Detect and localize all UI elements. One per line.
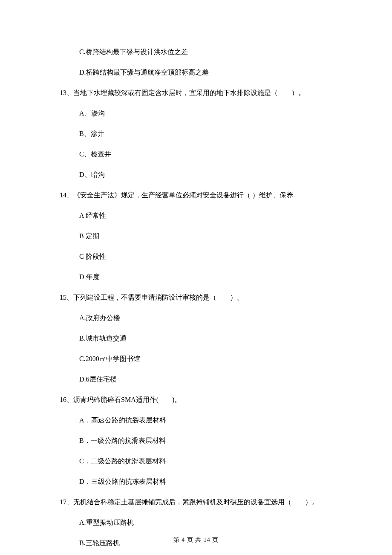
option-item: D.桥跨结构最下缘与通航净空顶部标高之差 <box>79 67 332 78</box>
page-footer: 第 4 页 共 14 页 <box>0 536 392 544</box>
question-14-options: A 经常性 B 定期 C 阶段性 D 年度 <box>60 211 332 282</box>
question-15-options: A.政府办公楼 B.城市轨道交通 C.2000㎡中学图书馆 D.6层住宅楼 <box>60 313 332 384</box>
option-item: C 阶段性 <box>79 251 332 262</box>
page-content: C.桥跨结构最下缘与设计洪水位之差 D.桥跨结构最下缘与通航净空顶部标高之差 1… <box>0 0 392 548</box>
question-17-stem: 17、无机结合料稳定土基层摊铺完成后，紧跟摊铺机及时碾压的设备宜选用（ ）。 <box>60 497 332 507</box>
option-item: B．一级公路的抗滑表层材料 <box>79 436 332 446</box>
option-item: A.政府办公楼 <box>79 313 332 323</box>
option-item: D．三级公路的抗冻表层材料 <box>79 477 332 487</box>
question-14-stem: 14、《安全生产法》规定，生产经营单位必须对安全设备进行（ ）维护、保养 <box>60 190 332 200</box>
option-item: D 年度 <box>79 272 332 282</box>
question-16-options: A．高速公路的抗裂表层材料 B．一级公路的抗滑表层材料 C．二级公路的抗滑表层材… <box>60 415 332 487</box>
option-item: D、暗沟 <box>79 170 332 180</box>
option-item: C.2000㎡中学图书馆 <box>79 354 332 364</box>
option-item: A 经常性 <box>79 211 332 221</box>
question-16-stem: 16、沥青玛碲脂碎石SMA适用作( )。 <box>60 395 332 405</box>
option-item: B、渗井 <box>79 129 332 139</box>
option-item: B 定期 <box>79 231 332 241</box>
option-item: B.城市轨道交通 <box>79 333 332 344</box>
option-item: C.桥跨结构最下缘与设计洪水位之差 <box>79 47 332 57</box>
option-item: A．高速公路的抗裂表层材料 <box>79 415 332 425</box>
option-item: A、渗沟 <box>79 108 332 119</box>
option-item: C．二级公路的抗滑表层材料 <box>79 456 332 466</box>
prev-question-options: C.桥跨结构最下缘与设计洪水位之差 D.桥跨结构最下缘与通航净空顶部标高之差 <box>60 47 332 78</box>
question-13-options: A、渗沟 B、渗井 C、检查井 D、暗沟 <box>60 108 332 180</box>
option-item: A.重型振动压路机 <box>79 517 332 528</box>
question-13-stem: 13、当地下水埋藏较深或有固定含水层时，宜采用的地下水排除设施是（ ）。 <box>60 88 332 98</box>
question-15-stem: 15、下列建设工程，不需要申请消防设计审核的是（ ）。 <box>60 292 332 303</box>
option-item: D.6层住宅楼 <box>79 374 332 384</box>
option-item: C、检查井 <box>79 149 332 159</box>
